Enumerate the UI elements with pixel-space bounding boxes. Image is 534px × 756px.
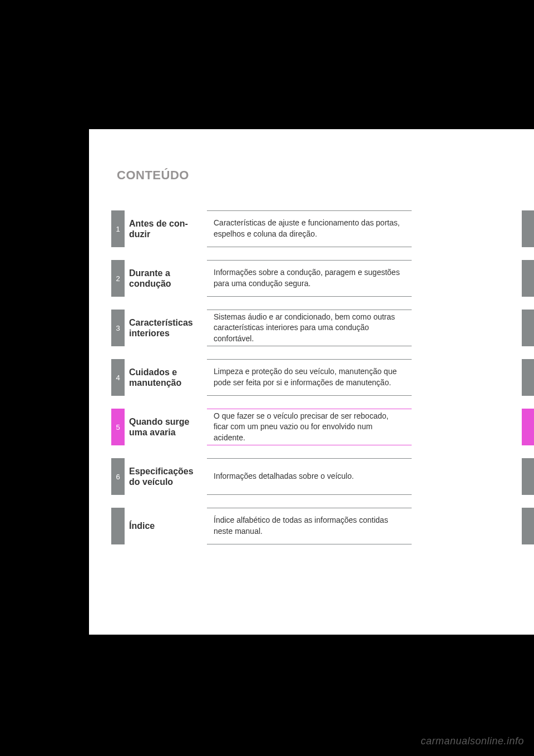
toc-title: Características interiores xyxy=(125,310,207,346)
toc-number: 5 xyxy=(111,409,125,445)
toc-description: Informações detalhadas sobre o veículo. xyxy=(207,458,412,495)
toc-description: Limpeza e proteção do seu veículo, manut… xyxy=(207,359,412,396)
toc-title: Especificações do veículo xyxy=(125,458,207,495)
toc-row: 4 Cuidados e manutenção Limpeza e proteç… xyxy=(111,359,534,396)
toc-list: 1 Antes de con- duzir Características de… xyxy=(111,210,534,544)
toc-tab xyxy=(522,310,534,346)
toc-row: 6 Especificações do veículo Informações … xyxy=(111,458,534,495)
toc-title: Antes de con- duzir xyxy=(125,210,207,247)
toc-description: Índice alfabético de todas as informaçõe… xyxy=(207,508,412,544)
toc-description: O que fazer se o veículo precisar de ser… xyxy=(207,409,412,445)
toc-row: 3 Características interiores Sistemas áu… xyxy=(111,310,534,346)
toc-number: 1 xyxy=(111,210,125,247)
toc-description: Informações sobre a condução, paragem e … xyxy=(207,260,412,297)
toc-row: 1 Antes de con- duzir Características de… xyxy=(111,210,534,247)
toc-description: Características de ajuste e funcionament… xyxy=(207,210,412,247)
toc-tab xyxy=(522,458,534,495)
toc-number: 2 xyxy=(111,260,125,297)
toc-number: 4 xyxy=(111,359,125,396)
toc-number xyxy=(111,508,125,544)
page-title: CONTEÚDO xyxy=(117,168,534,183)
toc-row: Índice Índice alfabético de todas as inf… xyxy=(111,508,534,544)
toc-tab xyxy=(522,260,534,297)
manual-page: CONTEÚDO 1 Antes de con- duzir Caracterí… xyxy=(89,129,534,635)
toc-title: Quando surge uma avaria xyxy=(125,409,207,445)
toc-tab xyxy=(522,508,534,544)
toc-number: 6 xyxy=(111,458,125,495)
toc-tab xyxy=(522,210,534,247)
toc-description: Sistemas áudio e ar condicionado, bem co… xyxy=(207,310,412,346)
toc-tab xyxy=(522,409,534,445)
toc-title: Índice xyxy=(125,508,207,544)
toc-number: 3 xyxy=(111,310,125,346)
toc-title: Durante a condução xyxy=(125,260,207,297)
toc-row: 2 Durante a condução Informações sobre a… xyxy=(111,260,534,297)
toc-row: 5 Quando surge uma avaria O que fazer se… xyxy=(111,409,534,445)
watermark: carmanualsonline.info xyxy=(421,735,524,747)
toc-tab xyxy=(522,359,534,396)
toc-title: Cuidados e manutenção xyxy=(125,359,207,396)
